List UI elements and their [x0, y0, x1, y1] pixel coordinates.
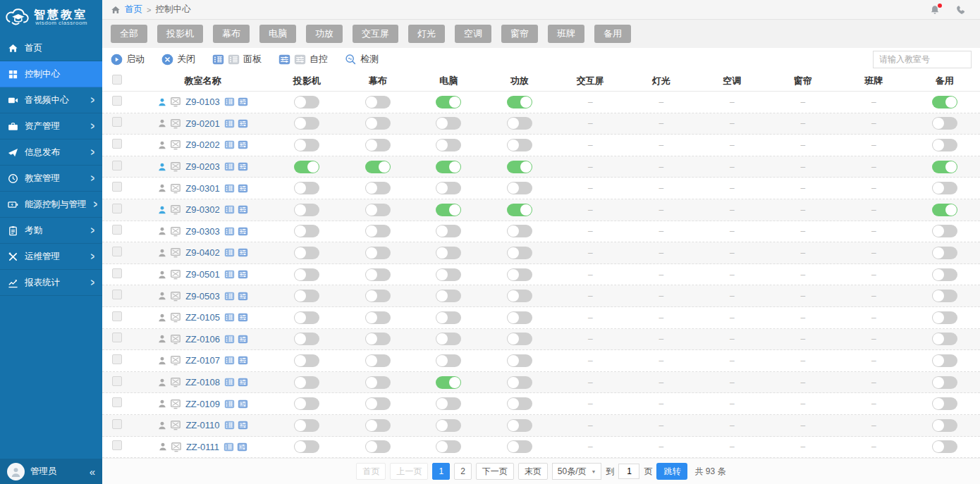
classroom-name-link[interactable]: Z9-0303 — [185, 226, 219, 237]
spare-toggle[interactable] — [932, 419, 957, 432]
spare-toggle[interactable] — [932, 268, 957, 281]
spare-toggle[interactable] — [932, 311, 957, 324]
row-checkbox[interactable] — [112, 247, 122, 256]
autocontrol-icon[interactable] — [238, 292, 248, 301]
amplifier-toggle[interactable] — [507, 204, 532, 216]
amplifier-toggle[interactable] — [507, 419, 532, 432]
filter-button[interactable]: 空调 — [455, 25, 491, 43]
spare-toggle[interactable] — [932, 247, 957, 259]
panel-icon[interactable] — [224, 97, 235, 106]
classroom-name-link[interactable]: Z9-0201 — [185, 118, 219, 129]
spare-toggle[interactable] — [932, 204, 957, 216]
page-number-button[interactable]: 1 — [432, 463, 450, 480]
sidebar-item-control[interactable]: 控制中心 — [0, 61, 102, 87]
projector-toggle[interactable] — [294, 225, 319, 237]
filter-button[interactable]: 幕布 — [213, 25, 250, 43]
jump-button[interactable]: 跳转 — [656, 463, 687, 480]
filter-button[interactable]: 班牌 — [548, 25, 584, 43]
detect-button[interactable]: 检测 — [345, 53, 379, 66]
panel-icon[interactable] — [224, 356, 235, 365]
autocontrol-icon[interactable] — [238, 421, 248, 430]
computer-toggle[interactable] — [436, 397, 461, 410]
page-number-button[interactable]: 2 — [454, 463, 472, 480]
autocontrol-icon[interactable] — [238, 227, 248, 236]
sidebar-item-clipboard[interactable]: 考勤 > — [0, 218, 102, 244]
computer-toggle[interactable] — [436, 311, 461, 324]
projector-toggle[interactable] — [294, 397, 319, 410]
projector-toggle[interactable] — [294, 96, 319, 108]
amplifier-toggle[interactable] — [507, 290, 532, 302]
close-button[interactable]: 关闭 — [161, 53, 195, 66]
sidebar-item-energy[interactable]: 能源控制与管理 > — [0, 192, 102, 218]
sidebar-item-home[interactable]: 首页 — [0, 35, 102, 61]
panel-icon[interactable] — [224, 399, 235, 409]
computer-toggle[interactable] — [436, 247, 461, 259]
panel-button[interactable]: 面板 — [212, 53, 262, 66]
screen-toggle[interactable] — [365, 354, 391, 367]
panel-icon[interactable] — [224, 119, 235, 128]
projector-toggle[interactable] — [294, 139, 319, 151]
panel-icon[interactable] — [224, 184, 235, 193]
start-button[interactable]: 启动 — [111, 53, 145, 66]
computer-toggle[interactable] — [436, 139, 461, 151]
last-page-button[interactable]: 末页 — [518, 463, 548, 480]
autocontrol-icon[interactable] — [238, 248, 248, 257]
row-checkbox[interactable] — [112, 117, 122, 127]
amplifier-toggle[interactable] — [507, 440, 532, 453]
computer-toggle[interactable] — [436, 376, 461, 389]
panel-icon[interactable] — [224, 227, 235, 236]
amplifier-toggle[interactable] — [507, 161, 532, 173]
panel-icon[interactable] — [224, 140, 235, 149]
spare-toggle[interactable] — [932, 182, 957, 194]
projector-toggle[interactable] — [294, 268, 319, 281]
computer-toggle[interactable] — [436, 333, 461, 345]
panel-icon[interactable] — [223, 442, 234, 452]
amplifier-toggle[interactable] — [507, 376, 532, 389]
amplifier-toggle[interactable] — [507, 397, 532, 410]
screen-toggle[interactable] — [365, 311, 391, 324]
row-checkbox[interactable] — [112, 397, 122, 407]
breadcrumb-home-link[interactable]: 首页 — [125, 4, 142, 15]
amplifier-toggle[interactable] — [507, 117, 532, 130]
spare-toggle[interactable] — [932, 161, 957, 173]
sidebar-item-video[interactable]: 音视频中心 > — [0, 87, 102, 113]
row-checkbox[interactable] — [112, 354, 122, 364]
classroom-name-link[interactable]: ZZ-0106 — [185, 334, 220, 345]
screen-toggle[interactable] — [365, 419, 391, 432]
autocontrol-icon[interactable] — [238, 119, 248, 128]
projector-toggle[interactable] — [294, 440, 319, 453]
projector-toggle[interactable] — [294, 161, 319, 173]
auto-control-button[interactable]: 自控 — [278, 53, 328, 66]
panel-icon[interactable] — [224, 162, 235, 171]
classroom-name-link[interactable]: Z9-0501 — [185, 269, 219, 280]
classroom-name-link[interactable]: Z9-0301 — [185, 183, 219, 194]
computer-toggle[interactable] — [436, 419, 461, 432]
projector-toggle[interactable] — [294, 204, 319, 216]
row-checkbox[interactable] — [112, 161, 122, 170]
projector-toggle[interactable] — [294, 311, 319, 324]
row-checkbox[interactable] — [112, 182, 122, 192]
computer-toggle[interactable] — [436, 440, 461, 453]
screen-toggle[interactable] — [365, 333, 391, 345]
filter-button[interactable]: 备用 — [594, 25, 631, 43]
projector-toggle[interactable] — [294, 333, 319, 345]
computer-toggle[interactable] — [436, 182, 461, 194]
amplifier-toggle[interactable] — [507, 139, 532, 151]
row-checkbox[interactable] — [112, 376, 122, 386]
sidebar-item-clock[interactable]: 教室管理 > — [0, 166, 102, 192]
sidebar-item-briefcase[interactable]: 资产管理 > — [0, 113, 102, 139]
sidebar-item-chart[interactable]: 报表统计 > — [0, 270, 102, 296]
phone-icon[interactable] — [955, 4, 966, 15]
amplifier-toggle[interactable] — [507, 354, 532, 367]
screen-toggle[interactable] — [365, 139, 391, 151]
screen-toggle[interactable] — [365, 290, 391, 302]
screen-toggle[interactable] — [365, 96, 391, 108]
spare-toggle[interactable] — [932, 333, 957, 345]
amplifier-toggle[interactable] — [507, 96, 532, 108]
panel-icon[interactable] — [224, 205, 235, 214]
classroom-name-link[interactable]: ZZ-0110 — [185, 420, 219, 430]
autocontrol-icon[interactable] — [238, 399, 248, 409]
screen-toggle[interactable] — [365, 117, 391, 130]
panel-icon[interactable] — [224, 292, 235, 301]
classroom-name-link[interactable]: Z9-0103 — [185, 97, 219, 107]
